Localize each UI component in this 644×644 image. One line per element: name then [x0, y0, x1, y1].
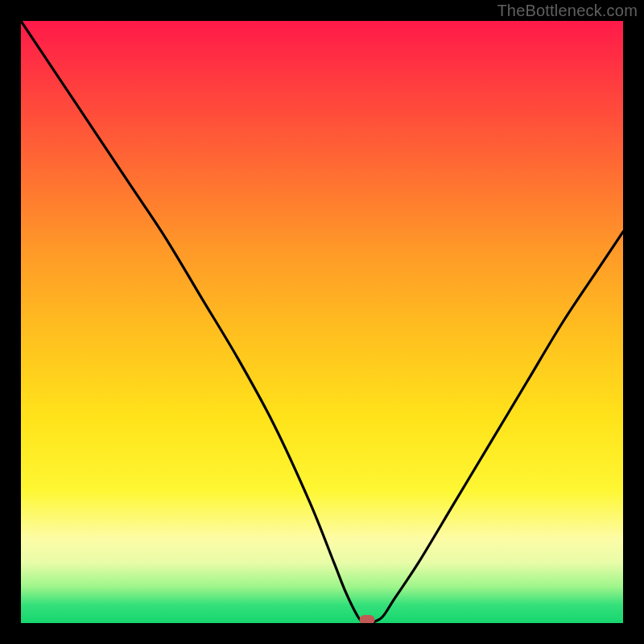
watermark-text: TheBottleneck.com	[497, 2, 638, 20]
chart-frame: TheBottleneck.com	[0, 0, 644, 644]
optimal-point-marker	[360, 615, 375, 623]
plot-area	[21, 21, 623, 623]
bottleneck-curve	[21, 21, 623, 623]
